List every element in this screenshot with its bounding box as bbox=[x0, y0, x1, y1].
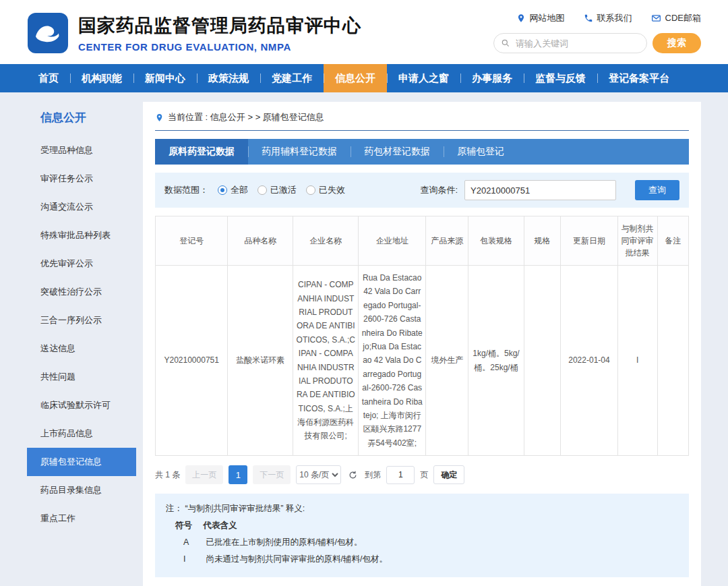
link-sitemap[interactable]: 网站地图 bbox=[516, 12, 565, 24]
query-button[interactable]: 查询 bbox=[635, 180, 679, 200]
nav-item-news[interactable]: 新闻中心 bbox=[133, 64, 197, 92]
sidebar-item-communication[interactable]: 沟通交流公示 bbox=[27, 193, 136, 221]
nav-item-registration-platform[interactable]: 登记备案平台 bbox=[597, 64, 681, 92]
sidebar-item-clinical-trial-license[interactable]: 临床试验默示许可 bbox=[27, 391, 136, 419]
scope-label: 数据范围： bbox=[164, 184, 208, 196]
col-spec: 规格 bbox=[524, 216, 561, 266]
note-row-a: A 已批准在上市制剂使用的原料/辅料/包材。 bbox=[166, 534, 678, 551]
link-label: 网站地图 bbox=[530, 12, 565, 24]
tab-excipient-registration[interactable]: 药用辅料登记数据 bbox=[248, 139, 351, 165]
location-pin-icon bbox=[155, 113, 164, 122]
sidebar-item-accepted-varieties[interactable]: 受理品种信息 bbox=[27, 136, 136, 165]
query-condition-label: 查询条件: bbox=[420, 184, 458, 196]
header-utilities: 网站地图 联系我们 CDE邮箱 bbox=[493, 12, 701, 53]
total-count: 共 1 条 bbox=[155, 469, 180, 481]
search-button[interactable]: 搜索 bbox=[653, 33, 701, 53]
jump-suffix-label: 页 bbox=[420, 469, 428, 481]
legend-note: 注： “与制剂共同审评审批结果” 释义: 符号 代表含义 A 已批准在上市制剂使… bbox=[155, 494, 689, 577]
table-row: Y20210000751 盐酸米诺环素 CIPAN - COMPANHIA IN… bbox=[156, 266, 689, 456]
sidebar-item-raw-excipient-registration[interactable]: 原辅包登记信息 bbox=[27, 448, 136, 476]
sidebar-item-drug-catalog[interactable]: 药品目录集信息 bbox=[27, 476, 136, 504]
nav-item-party[interactable]: 党建工作 bbox=[260, 64, 324, 92]
col-product-origin: 产品来源 bbox=[426, 216, 468, 266]
radio-all[interactable]: 全部 bbox=[218, 184, 248, 196]
note-symbol-header: 符号 bbox=[175, 517, 201, 534]
sidebar: 信息公开 受理品种信息 审评任务公示 沟通交流公示 特殊审批品种列表 优先审评公… bbox=[27, 102, 136, 533]
sidebar-item-review-tasks[interactable]: 审评任务公示 bbox=[27, 165, 136, 193]
link-cde-mail[interactable]: CDE邮箱 bbox=[651, 12, 701, 24]
nav-item-home[interactable]: 首页 bbox=[27, 64, 70, 92]
site-title: 国家药品监督管理局药品审评中心 bbox=[78, 13, 361, 38]
cell-packaging-spec: 1kg/桶。5kg/桶。25kg/桶 bbox=[468, 266, 524, 456]
radio-label: 已失效 bbox=[319, 184, 345, 196]
pagination: 共 1 条 上一页 1 下一页 10 条/页 到第 页 确定 bbox=[155, 465, 689, 484]
site-subtitle: CENTER FOR DRUG EVALUATION, NMPA bbox=[78, 41, 361, 53]
col-packaging-spec: 包装规格 bbox=[468, 216, 524, 266]
refresh-icon[interactable] bbox=[348, 470, 358, 480]
sidebar-item-marketed-drugs[interactable]: 上市药品信息 bbox=[27, 419, 136, 448]
main-nav: 首页 机构职能 新闻中心 政策法规 党建工作 信息公开 申请人之窗 办事服务 监… bbox=[0, 64, 728, 92]
note-title: 注： “与制剂共同审评审批结果” 释义: bbox=[166, 500, 678, 517]
note-header: 符号 代表含义 bbox=[166, 517, 678, 534]
sidebar-item-delivery-info[interactable]: 送达信息 bbox=[27, 334, 136, 363]
radio-activated-circle-icon[interactable] bbox=[257, 185, 267, 195]
page: 国家药品监督管理局药品审评中心 CENTER FOR DRUG EVALUATI… bbox=[0, 0, 728, 586]
note-meaning: 已批准在上市制剂使用的原料/辅料/包材。 bbox=[206, 537, 362, 547]
cell-spec bbox=[524, 266, 561, 456]
quick-links: 网站地图 联系我们 CDE邮箱 bbox=[516, 12, 701, 24]
note-meaning-header: 代表含义 bbox=[203, 521, 237, 530]
tab-api-registration[interactable]: 原料药登记数据 bbox=[155, 139, 248, 165]
jump-confirm-button[interactable]: 确定 bbox=[433, 465, 464, 484]
radio-activated[interactable]: 已激活 bbox=[257, 184, 297, 196]
search-area: 搜索 bbox=[493, 33, 701, 53]
table-header-row: 登记号 品种名称 企业名称 企业地址 产品来源 包装规格 规格 更新日期 与制剂… bbox=[156, 216, 689, 266]
radio-label: 全部 bbox=[231, 184, 248, 196]
nav-item-functions[interactable]: 机构职能 bbox=[70, 64, 133, 92]
prev-page-button[interactable]: 上一页 bbox=[185, 465, 223, 484]
cell-variety-name: 盐酸米诺环素 bbox=[228, 266, 293, 456]
sidebar-item-key-work[interactable]: 重点工作 bbox=[27, 504, 136, 533]
filter-bar: 数据范围： 全部 已激活 已失效 查询条件: 查询 bbox=[155, 173, 689, 208]
sidebar-item-common-issues[interactable]: 共性问题 bbox=[27, 363, 136, 391]
link-label: 联系我们 bbox=[597, 12, 632, 24]
sidebar-item-special-approval[interactable]: 特殊审批品种列表 bbox=[27, 221, 136, 250]
tab-raw-excipient[interactable]: 原辅包登记 bbox=[444, 139, 518, 165]
jump-page-input[interactable] bbox=[386, 466, 415, 484]
nav-item-applicant-window[interactable]: 申请人之窗 bbox=[387, 64, 460, 92]
query-condition-input[interactable] bbox=[464, 180, 616, 200]
page-number-1[interactable]: 1 bbox=[229, 465, 247, 484]
sidebar-item-priority-review[interactable]: 优先审评公示 bbox=[27, 250, 136, 278]
nav-item-supervision[interactable]: 监督与反馈 bbox=[524, 64, 597, 92]
search-input[interactable] bbox=[514, 38, 640, 49]
title-block: 国家药品监督管理局药品审评中心 CENTER FOR DRUG EVALUATI… bbox=[78, 13, 361, 53]
radio-all-circle-icon[interactable] bbox=[218, 185, 227, 195]
nav-item-policies[interactable]: 政策法规 bbox=[197, 64, 260, 92]
next-page-button[interactable]: 下一页 bbox=[253, 465, 291, 484]
main-area: 信息公开 受理品种信息 审评任务公示 沟通交流公示 特殊审批品种列表 优先审评公… bbox=[0, 92, 728, 586]
cell-company-name: CIPAN - COMPANHIA INDUSTRIAL PRODUTORA D… bbox=[293, 266, 359, 456]
nav-item-info-disclosure[interactable]: 信息公开 bbox=[324, 64, 387, 92]
cell-company-address: Rua Da Estacao 42 Vala Do Carregado Port… bbox=[359, 266, 426, 456]
link-contact[interactable]: 联系我们 bbox=[584, 12, 632, 24]
col-joint-review-result: 与制剂共同审评审批结果 bbox=[617, 216, 657, 266]
note-row-i: I 尚未通过与制剂共同审评审批的原料/辅料/包材。 bbox=[166, 551, 678, 568]
note-symbol: A bbox=[183, 534, 204, 551]
sidebar-item-breakthrough-therapy[interactable]: 突破性治疗公示 bbox=[27, 278, 136, 306]
phone-icon bbox=[584, 13, 593, 23]
search-box bbox=[493, 33, 647, 53]
radio-expired[interactable]: 已失效 bbox=[306, 184, 345, 196]
sidebar-item-three-in-one[interactable]: 三合一序列公示 bbox=[27, 306, 136, 334]
link-label: CDE邮箱 bbox=[665, 12, 701, 24]
mail-icon bbox=[651, 13, 661, 23]
tab-packaging-registration[interactable]: 药包材登记数据 bbox=[351, 139, 444, 165]
header-brand: 国家药品监督管理局药品审评中心 CENTER FOR DRUG EVALUATI… bbox=[27, 12, 361, 54]
col-variety-name: 品种名称 bbox=[228, 216, 293, 266]
note-meaning: 尚未通过与制剂共同审评审批的原料/辅料/包材。 bbox=[206, 554, 387, 564]
jump-prefix-label: 到第 bbox=[365, 469, 381, 481]
radio-expired-circle-icon[interactable] bbox=[306, 185, 315, 195]
page-size-select[interactable]: 10 条/页 bbox=[296, 465, 341, 484]
search-icon bbox=[501, 38, 510, 48]
breadcrumb-text: 当前位置 : 信息公开 > > 原辅包登记信息 bbox=[168, 111, 324, 123]
content-panel: 当前位置 : 信息公开 > > 原辅包登记信息 原料药登记数据 药用辅料登记数据… bbox=[143, 102, 701, 586]
nav-item-services[interactable]: 办事服务 bbox=[460, 64, 524, 92]
